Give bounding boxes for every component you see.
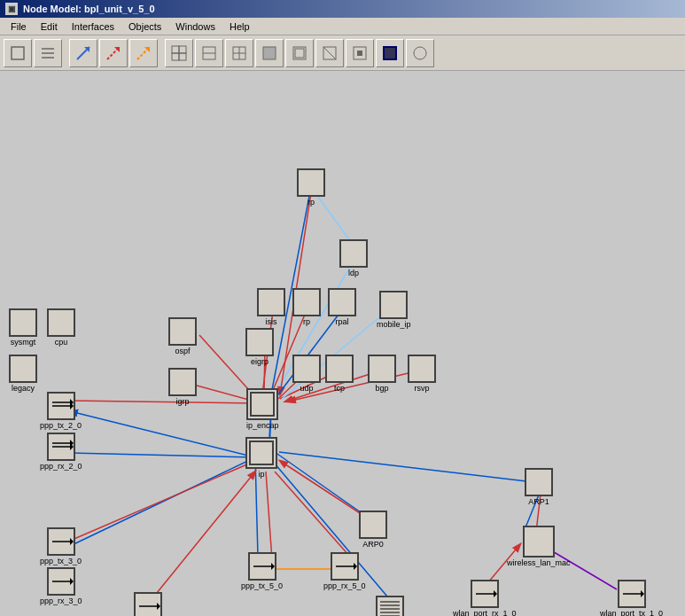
toolbar-arrow-orange[interactable]: [129, 39, 158, 67]
toolbar-arrow-red[interactable]: [99, 39, 128, 67]
node-wlan-port-rx-1-0[interactable]: wlan_port_rx_1_0: [453, 580, 517, 616]
toolbar-btn6[interactable]: [315, 39, 344, 67]
node-label-rp: rp: [307, 198, 315, 207]
node-arp0[interactable]: ARP0: [359, 511, 387, 549]
node-label-rsvp: rsvp: [414, 384, 429, 393]
node-ppp-rx-5-0[interactable]: ppp_rx_5_0: [323, 552, 366, 590]
menu-interfaces[interactable]: Interfaces: [65, 19, 121, 34]
node-ospf[interactable]: ospf: [168, 317, 197, 355]
node-box-ppp-rx-3-0: [47, 567, 75, 596]
connections: [0, 71, 685, 616]
toolbar-btn1[interactable]: [165, 39, 193, 67]
node-label-mobile-ip: mobile_ip: [377, 320, 411, 329]
svg-line-23: [323, 47, 336, 59]
node-box-rp: [297, 168, 325, 197]
node-ip[interactable]: ip: [245, 437, 277, 479]
svg-line-33: [70, 453, 255, 457]
node-cpu[interactable]: cpu: [47, 308, 75, 347]
node-label-eigrp: eigrp: [251, 357, 269, 366]
svg-rect-25: [357, 51, 362, 56]
node-eigrp[interactable]: eigrp: [245, 328, 274, 366]
toolbar-btn2[interactable]: [195, 39, 223, 67]
svg-rect-19: [263, 47, 276, 59]
node-box-rp2: [292, 288, 321, 316]
titlebar-title: Node Model: bpl_unit_v_5_0: [23, 4, 155, 14]
node-box-cpu: [47, 308, 75, 337]
canvas[interactable]: rp ldp isis rp rpal mobile_ip ospf eigrp…: [0, 71, 685, 616]
node-label-rp2: rp: [303, 317, 310, 326]
toolbar-btn5[interactable]: [285, 39, 314, 67]
node-rsvp[interactable]: rsvp: [408, 355, 436, 393]
node-label-arp1: ARP1: [528, 497, 549, 506]
svg-marker-73: [70, 538, 74, 545]
node-ppp-tx-3-0[interactable]: ppp_tx_3_0: [40, 527, 82, 565]
toolbar-lines[interactable]: [34, 39, 62, 67]
node-label-ip: ip: [258, 470, 264, 479]
node-box-mobile-ip: [379, 291, 408, 319]
node-ppp-tx-5-0[interactable]: ppp_tx_5_0: [241, 552, 283, 590]
node-wlan-port-tx-1-0[interactable]: wlan_port_tx_1_0: [600, 580, 663, 616]
menu-help[interactable]: Help: [222, 19, 257, 34]
node-ppp-rx-3-0[interactable]: ppp_rx_3_0: [40, 567, 82, 605]
node-box-bgp: [368, 355, 396, 383]
toolbar-btn3[interactable]: [225, 39, 253, 67]
toolbar-arrow-blue[interactable]: [69, 39, 97, 67]
node-ldp[interactable]: ldp: [339, 239, 368, 277]
node-bgp[interactable]: bgp: [368, 355, 396, 393]
svg-marker-95: [641, 590, 644, 597]
node-igrp[interactable]: igrp: [168, 368, 197, 406]
node-label-ppp-rx-3-0: ppp_rx_3_0: [40, 597, 82, 605]
node-box-ppp-tx-3-0: [47, 527, 75, 556]
node-ppp-tx-2-0[interactable]: ppp_tx_2_0: [40, 392, 82, 430]
toolbar: [0, 35, 685, 71]
node-legacy[interactable]: legacy: [9, 355, 37, 393]
svg-rect-10: [172, 46, 179, 53]
node-box-eigrp: [245, 328, 274, 356]
node-wireless-lan-mac[interactable]: wireless_lan_mac: [507, 526, 571, 567]
node-rp[interactable]: rp: [297, 168, 325, 207]
svg-rect-0: [12, 47, 24, 59]
node-ip-encap[interactable]: ip_encap: [246, 388, 279, 430]
menu-file[interactable]: File: [4, 19, 34, 34]
node-rpal[interactable]: rpal: [328, 288, 356, 326]
toolbar-btn9[interactable]: [406, 39, 434, 67]
svg-line-44: [145, 472, 255, 607]
node-arp1[interactable]: ARP1: [525, 468, 553, 506]
node-box-wlan-port-tx-1-0: [618, 580, 646, 608]
svg-line-43: [70, 461, 255, 541]
node-label-wireless-lan-mac: wireless_lan_mac: [507, 558, 571, 567]
node-isis[interactable]: isis: [257, 288, 285, 326]
node-box-arp0: [359, 511, 387, 539]
node-sysmgt[interactable]: sysmgt: [9, 308, 37, 347]
svg-line-47: [275, 472, 356, 564]
node-tcp[interactable]: tcp: [325, 355, 354, 393]
node-box-udp: [292, 355, 321, 383]
menu-objects[interactable]: Objects: [121, 19, 168, 34]
node-label-legacy: legacy: [12, 384, 35, 393]
node-label-udp: udp: [300, 384, 313, 393]
toolbar-btn4[interactable]: [255, 39, 284, 67]
node-mac0[interactable]: mac0: [376, 596, 404, 616]
svg-point-27: [414, 47, 426, 59]
node-rp2[interactable]: rp: [292, 288, 321, 326]
node-box-ip: [245, 437, 277, 469]
menu-edit[interactable]: Edit: [34, 19, 65, 34]
node-label-ppp-tx-5-0: ppp_tx_5_0: [241, 581, 283, 590]
menu-windows[interactable]: Windows: [168, 19, 222, 34]
node-box-ppp-rx-2-0: [47, 433, 75, 461]
node-label-wlan-port-tx-1-0: wlan_port_tx_1_0: [600, 609, 663, 616]
node-udp[interactable]: udp: [292, 355, 321, 393]
toolbar-btn8[interactable]: [376, 39, 404, 67]
node-mobile-ip[interactable]: mobile_ip: [377, 291, 411, 329]
svg-rect-13: [179, 53, 186, 60]
toolbar-btn7[interactable]: [346, 39, 374, 67]
node-ppp-rx-2-0[interactable]: ppp_rx_2_0: [40, 433, 82, 471]
svg-line-45: [266, 472, 272, 560]
node-box-wlan-port-rx-1-0: [471, 580, 499, 608]
node-label-tcp: tcp: [334, 384, 345, 393]
node-box-rsvp: [408, 355, 436, 383]
node-label-sysmgt: sysmgt: [11, 338, 36, 347]
toolbar-select[interactable]: [4, 39, 32, 67]
svg-rect-21: [295, 49, 304, 58]
node-ppp-tx-4-0[interactable]: ppp_tx_4_0: [127, 592, 168, 616]
